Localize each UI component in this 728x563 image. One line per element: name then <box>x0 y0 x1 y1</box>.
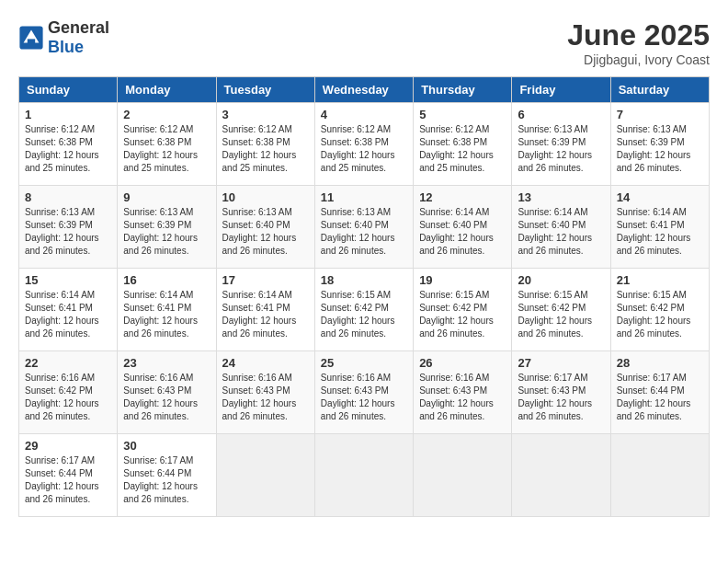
day-number: 10 <box>222 190 309 204</box>
calendar-cell: 25Sunrise: 6:16 AM Sunset: 6:43 PM Dayli… <box>314 351 413 434</box>
calendar-cell: 15Sunrise: 6:14 AM Sunset: 6:41 PM Dayli… <box>19 269 118 351</box>
calendar-cell: 28Sunrise: 6:17 AM Sunset: 6:44 PM Dayli… <box>610 351 709 434</box>
calendar-cell: 18Sunrise: 6:15 AM Sunset: 6:42 PM Dayli… <box>314 269 413 351</box>
day-info: Sunrise: 6:17 AM Sunset: 6:44 PM Dayligh… <box>617 372 703 423</box>
calendar-cell: 2Sunrise: 6:12 AM Sunset: 6:38 PM Daylig… <box>118 103 216 186</box>
week-row-2: 8Sunrise: 6:13 AM Sunset: 6:39 PM Daylig… <box>19 186 710 269</box>
day-info: Sunrise: 6:17 AM Sunset: 6:44 PM Dayligh… <box>25 454 111 506</box>
day-info: Sunrise: 6:13 AM Sunset: 6:40 PM Dayligh… <box>222 206 309 258</box>
day-number: 7 <box>617 108 703 121</box>
calendar-cell: 1Sunrise: 6:12 AM Sunset: 6:38 PM Daylig… <box>19 103 118 186</box>
day-number: 2 <box>123 108 210 121</box>
header: General Blue June 2025 Djigbagui, Ivory … <box>18 18 710 67</box>
calendar-cell: 9Sunrise: 6:13 AM Sunset: 6:39 PM Daylig… <box>118 186 216 269</box>
day-info: Sunrise: 6:15 AM Sunset: 6:42 PM Dayligh… <box>321 289 407 340</box>
day-number: 18 <box>321 273 407 287</box>
day-number: 25 <box>321 356 407 370</box>
day-number: 21 <box>617 273 703 287</box>
day-info: Sunrise: 6:17 AM Sunset: 6:43 PM Dayligh… <box>518 372 604 423</box>
day-info: Sunrise: 6:13 AM Sunset: 6:39 PM Dayligh… <box>617 123 703 175</box>
week-row-4: 22Sunrise: 6:16 AM Sunset: 6:42 PM Dayli… <box>19 351 710 434</box>
calendar-cell: 27Sunrise: 6:17 AM Sunset: 6:43 PM Dayli… <box>512 351 610 434</box>
calendar-cell <box>512 434 610 517</box>
day-info: Sunrise: 6:12 AM Sunset: 6:38 PM Dayligh… <box>123 123 210 175</box>
col-saturday: Saturday <box>610 77 709 103</box>
day-number: 11 <box>321 190 407 204</box>
day-number: 24 <box>222 356 309 370</box>
day-info: Sunrise: 6:13 AM Sunset: 6:40 PM Dayligh… <box>321 206 407 258</box>
day-info: Sunrise: 6:14 AM Sunset: 6:41 PM Dayligh… <box>617 206 703 258</box>
logo-text: General Blue <box>48 18 109 57</box>
day-number: 22 <box>25 356 111 370</box>
week-row-1: 1Sunrise: 6:12 AM Sunset: 6:38 PM Daylig… <box>19 103 710 186</box>
logo-blue: Blue <box>48 38 84 56</box>
calendar-cell: 19Sunrise: 6:15 AM Sunset: 6:42 PM Dayli… <box>414 269 512 351</box>
calendar-cell: 14Sunrise: 6:14 AM Sunset: 6:41 PM Dayli… <box>610 186 709 269</box>
calendar-cell: 22Sunrise: 6:16 AM Sunset: 6:42 PM Dayli… <box>19 351 118 434</box>
day-number: 9 <box>123 190 210 204</box>
day-number: 23 <box>123 356 210 370</box>
calendar-cell: 20Sunrise: 6:15 AM Sunset: 6:42 PM Dayli… <box>512 269 610 351</box>
day-info: Sunrise: 6:14 AM Sunset: 6:41 PM Dayligh… <box>25 289 111 340</box>
day-number: 3 <box>222 108 309 121</box>
calendar-cell <box>216 434 314 517</box>
day-number: 14 <box>617 190 703 204</box>
svg-rect-2 <box>28 39 35 44</box>
day-number: 27 <box>518 356 604 370</box>
calendar-cell: 23Sunrise: 6:16 AM Sunset: 6:43 PM Dayli… <box>118 351 216 434</box>
day-info: Sunrise: 6:14 AM Sunset: 6:41 PM Dayligh… <box>123 289 210 340</box>
col-monday: Monday <box>118 77 216 103</box>
day-info: Sunrise: 6:12 AM Sunset: 6:38 PM Dayligh… <box>222 123 309 175</box>
day-info: Sunrise: 6:16 AM Sunset: 6:43 PM Dayligh… <box>321 372 407 423</box>
day-info: Sunrise: 6:15 AM Sunset: 6:42 PM Dayligh… <box>518 289 604 340</box>
logo-icon <box>18 25 44 51</box>
calendar-cell: 6Sunrise: 6:13 AM Sunset: 6:39 PM Daylig… <box>512 103 610 186</box>
day-number: 4 <box>321 108 407 121</box>
logo-general: General <box>48 18 109 37</box>
week-row-3: 15Sunrise: 6:14 AM Sunset: 6:41 PM Dayli… <box>19 269 710 351</box>
day-info: Sunrise: 6:17 AM Sunset: 6:44 PM Dayligh… <box>123 454 210 506</box>
calendar-table: Sunday Monday Tuesday Wednesday Thursday… <box>18 76 710 517</box>
day-info: Sunrise: 6:14 AM Sunset: 6:40 PM Dayligh… <box>518 206 604 258</box>
calendar-cell <box>314 434 413 517</box>
day-info: Sunrise: 6:15 AM Sunset: 6:42 PM Dayligh… <box>419 289 506 340</box>
day-number: 26 <box>419 356 506 370</box>
main-title: June 2025 <box>567 18 710 52</box>
day-info: Sunrise: 6:16 AM Sunset: 6:43 PM Dayligh… <box>222 372 309 423</box>
day-number: 28 <box>617 356 703 370</box>
logo: General Blue <box>18 18 109 57</box>
day-number: 15 <box>25 273 111 287</box>
day-number: 17 <box>222 273 309 287</box>
day-number: 20 <box>518 273 604 287</box>
day-number: 1 <box>25 108 111 121</box>
subtitle: Djigbagui, Ivory Coast <box>567 52 710 67</box>
col-sunday: Sunday <box>19 77 118 103</box>
calendar-cell: 4Sunrise: 6:12 AM Sunset: 6:38 PM Daylig… <box>314 103 413 186</box>
calendar-cell: 30Sunrise: 6:17 AM Sunset: 6:44 PM Dayli… <box>118 434 216 517</box>
calendar-cell: 5Sunrise: 6:12 AM Sunset: 6:38 PM Daylig… <box>414 103 512 186</box>
calendar-cell: 13Sunrise: 6:14 AM Sunset: 6:40 PM Dayli… <box>512 186 610 269</box>
day-number: 8 <box>25 190 111 204</box>
day-info: Sunrise: 6:16 AM Sunset: 6:42 PM Dayligh… <box>25 372 111 423</box>
day-info: Sunrise: 6:14 AM Sunset: 6:40 PM Dayligh… <box>419 206 506 258</box>
day-number: 30 <box>123 439 210 453</box>
day-info: Sunrise: 6:15 AM Sunset: 6:42 PM Dayligh… <box>617 289 703 340</box>
day-number: 13 <box>518 190 604 204</box>
calendar-cell: 12Sunrise: 6:14 AM Sunset: 6:40 PM Dayli… <box>414 186 512 269</box>
day-number: 19 <box>419 273 506 287</box>
calendar-cell <box>610 434 709 517</box>
day-info: Sunrise: 6:12 AM Sunset: 6:38 PM Dayligh… <box>321 123 407 175</box>
col-thursday: Thursday <box>414 77 512 103</box>
calendar-cell: 24Sunrise: 6:16 AM Sunset: 6:43 PM Dayli… <box>216 351 314 434</box>
day-number: 29 <box>25 439 111 453</box>
col-friday: Friday <box>512 77 610 103</box>
day-info: Sunrise: 6:13 AM Sunset: 6:39 PM Dayligh… <box>25 206 111 258</box>
col-tuesday: Tuesday <box>216 77 314 103</box>
calendar-cell: 29Sunrise: 6:17 AM Sunset: 6:44 PM Dayli… <box>19 434 118 517</box>
calendar-cell: 21Sunrise: 6:15 AM Sunset: 6:42 PM Dayli… <box>610 269 709 351</box>
col-wednesday: Wednesday <box>314 77 413 103</box>
day-number: 16 <box>123 273 210 287</box>
calendar-header-row: Sunday Monday Tuesday Wednesday Thursday… <box>19 77 710 103</box>
week-row-5: 29Sunrise: 6:17 AM Sunset: 6:44 PM Dayli… <box>19 434 710 517</box>
day-info: Sunrise: 6:13 AM Sunset: 6:39 PM Dayligh… <box>123 206 210 258</box>
